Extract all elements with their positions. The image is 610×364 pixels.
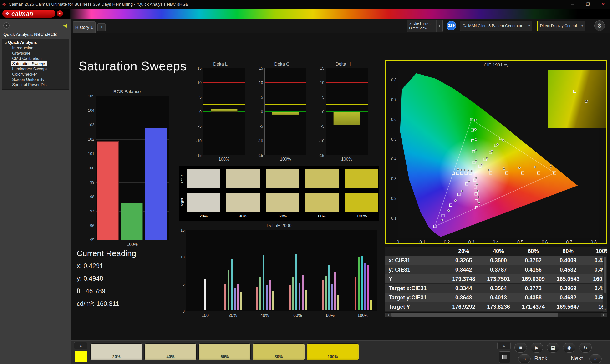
delta-h-title: Delta H — [317, 62, 369, 67]
calman-logo[interactable]: ❖ calman — [2, 10, 55, 18]
pattern-button-80%[interactable]: 80% — [253, 343, 305, 360]
sidebar-item-spectral-power-dist[interactable]: Spectral Power Dist. — [2, 82, 69, 87]
target-point-square — [474, 185, 477, 188]
chevron-down-icon: ▼ — [579, 21, 585, 31]
reference-line-yellow — [265, 104, 306, 105]
table-horizontal-scrollbar[interactable]: ◄ ► — [385, 312, 607, 317]
swatch-row-label-actual: Actual — [180, 169, 185, 188]
meter-count-badge[interactable]: 229 — [447, 21, 456, 30]
target-point-square — [553, 171, 556, 174]
delta-bar — [272, 112, 299, 115]
back-arrow-button[interactable]: « — [518, 354, 531, 363]
sidebar-item-cms-calibration[interactable]: CMS Calibration — [2, 56, 69, 61]
target-point-square — [465, 171, 468, 175]
pattern-button-20%[interactable]: 20% — [90, 343, 143, 360]
measured-point-circle — [502, 139, 505, 142]
save-button[interactable]: ▤ — [547, 343, 559, 352]
stop-button[interactable]: ■ — [514, 343, 527, 352]
pattern-generator-label: CalMAN Client 3 Pattern Generator — [463, 24, 522, 28]
settings-gear-button[interactable]: ⚙ — [594, 21, 605, 31]
x-tick-label: 0.4 — [491, 240, 501, 245]
table-header-cell: 20% — [446, 247, 481, 256]
scrollbar-thumb[interactable] — [391, 313, 558, 317]
collapse-control-panel-button[interactable]: ▲ — [497, 342, 511, 349]
y-tick-label: -10 — [317, 139, 324, 143]
y-tick-label: 15 — [317, 66, 324, 70]
refresh-button[interactable]: ↻ — [579, 343, 592, 352]
active-pattern-swatch[interactable] — [75, 351, 87, 362]
reference-line-red — [203, 82, 245, 83]
sidebar-item-saturation-sweeps[interactable]: Saturation Sweeps — [2, 61, 69, 66]
reference-line-red — [326, 141, 368, 141]
tree-root-quick-analysis[interactable]: ◢Quick Analysis — [2, 40, 69, 46]
sidebar-item-colorchecker[interactable]: ColorChecker — [2, 72, 69, 77]
pattern-button-100%[interactable]: 100% — [307, 343, 359, 360]
table-row: Target Y176.9292173.8236171.4374169.5647… — [385, 302, 607, 312]
deltae-bar — [337, 295, 339, 310]
scroll-down-arrow[interactable]: ▼ — [603, 308, 607, 312]
measured-point-circle — [503, 168, 505, 170]
tab-history-1[interactable]: History 1 — [73, 21, 96, 33]
next-button[interactable]: Next — [571, 355, 583, 362]
y-tick-label: 0.8 — [389, 78, 397, 82]
deltae-bar — [227, 269, 230, 310]
pattern-button-label: 20% — [91, 354, 142, 359]
main-menu-caret[interactable]: ▼ — [57, 11, 63, 17]
sidebar-item-luminance-sweeps[interactable]: Luminance Sweeps — [2, 66, 69, 72]
deltae-bar — [361, 256, 363, 310]
minimize-button[interactable]: ─ — [569, 2, 576, 7]
table-cell: 173.7501 — [481, 274, 516, 284]
sidebar-item-label: Saturation Sweeps — [11, 62, 47, 66]
y-tick-label: 0.4 — [389, 157, 397, 161]
deltae-bar — [204, 279, 207, 310]
reference-line-yellow — [203, 104, 245, 105]
table-header-cell: 60% — [516, 247, 551, 256]
camera-button[interactable]: ◉ — [563, 343, 575, 352]
sidebar-pin-button[interactable]: ▲ — [3, 22, 10, 29]
y-tick-label: -5 — [256, 124, 263, 129]
pattern-window-icon — [502, 355, 507, 359]
collapse-pattern-panel-button[interactable]: ▲ — [74, 342, 88, 349]
y-tick-label: 99 — [85, 180, 94, 185]
target-point-square — [471, 139, 474, 143]
deltae-bar — [234, 287, 236, 310]
gridline — [96, 111, 169, 111]
target-swatch-60% — [266, 194, 299, 212]
back-button[interactable]: Back — [534, 355, 547, 362]
scrollbar-thumb[interactable] — [604, 257, 606, 293]
target-point-square — [505, 171, 508, 174]
target-point-square — [456, 171, 459, 175]
table-cell: 0.3752 — [516, 256, 551, 265]
play-button[interactable]: ▶ — [531, 343, 543, 352]
y-tick-label: 101 — [85, 152, 94, 156]
close-button[interactable]: ✕ — [599, 2, 607, 7]
workflow-tree: ◢Quick Analysis IntroductionGrayscaleCMS… — [2, 39, 69, 90]
scroll-right-arrow[interactable]: ► — [601, 313, 607, 317]
add-tab-button[interactable]: + — [97, 23, 105, 31]
current-reading-y: y: 0.4948 — [77, 275, 136, 282]
meter-dropdown[interactable]: X-Rite i1Pro 2 Direct View ▼ — [407, 20, 443, 32]
deltae-bar — [325, 276, 327, 310]
sidebar-collapse-button[interactable]: ◀ — [62, 22, 69, 29]
pattern-button-60%[interactable]: 60% — [198, 343, 251, 360]
table-header-cell: 80% — [551, 247, 585, 256]
sidebar-item-introduction[interactable]: Introduction — [2, 46, 69, 51]
gridline — [203, 97, 245, 97]
sidebar-item-screen-uniformity[interactable]: Screen Uniformity — [2, 77, 69, 82]
display-control-dropdown[interactable]: Direct Display Control ▼ — [537, 21, 585, 31]
maximize-button[interactable]: ❐ — [584, 2, 591, 7]
sidebar-item-grayscale[interactable]: Grayscale — [2, 51, 69, 56]
table-vertical-scrollbar[interactable]: ▼ — [603, 256, 607, 312]
gridline — [186, 284, 377, 285]
meter-dropdown-label: X-Rite i1Pro 2 Direct View — [409, 22, 431, 30]
results-table: 20%40%60%80%100%x: CIE310.32650.35000.37… — [385, 247, 607, 312]
pattern-button-40%[interactable]: 40% — [144, 343, 196, 360]
table-cell: 0.3969 — [551, 284, 585, 293]
next-arrow-button[interactable]: » — [589, 354, 602, 363]
pattern-window-button[interactable] — [499, 351, 510, 363]
pattern-generator-dropdown[interactable]: CalMAN Client 3 Pattern Generator ▼ — [460, 21, 532, 31]
y-tick-label: -15 — [195, 153, 202, 158]
table-cell: 0.4358 — [516, 293, 551, 302]
scroll-left-arrow[interactable]: ◄ — [386, 313, 391, 317]
y-tick-label: 0 — [179, 309, 185, 313]
